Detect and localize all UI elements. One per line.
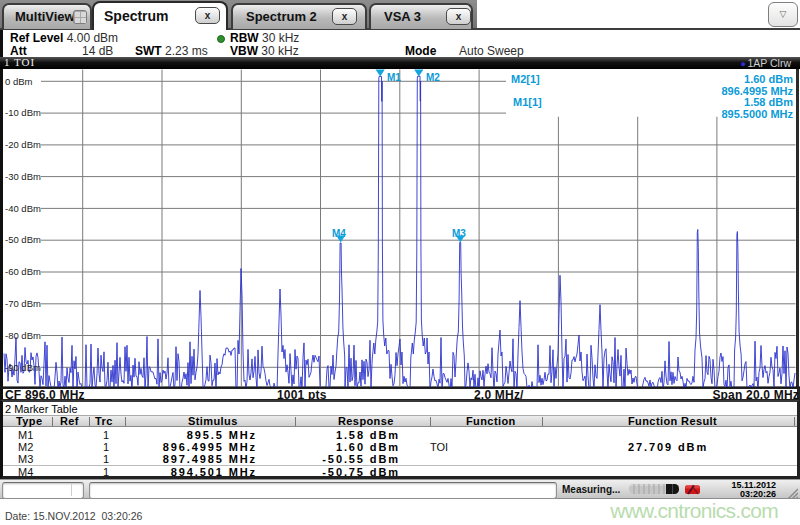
svg-text:1.60 dBm: 1.60 dBm (744, 73, 793, 85)
svg-text:-80 dBm: -80 dBm (5, 330, 41, 341)
svg-text:0 dBm: 0 dBm (5, 76, 33, 87)
svg-text:-30 dBm: -30 dBm (5, 171, 41, 182)
svg-text:M2[1]: M2[1] (511, 73, 540, 85)
svg-text:M1: M1 (387, 72, 401, 83)
svg-text:895.5000 MHz: 895.5000 MHz (721, 108, 793, 120)
svg-text:-90 dBm: -90 dBm (5, 362, 41, 373)
svg-text:M2: M2 (426, 72, 440, 83)
svg-text:-50 dBm: -50 dBm (5, 234, 41, 245)
svg-text:-10 dBm: -10 dBm (5, 107, 41, 118)
svg-text:1.58 dBm: 1.58 dBm (744, 96, 793, 108)
svg-text:M1[1]: M1[1] (513, 96, 542, 108)
svg-text:-20 dBm: -20 dBm (5, 139, 41, 150)
svg-text:896.4995 MHz: 896.4995 MHz (721, 85, 793, 97)
svg-text:-60 dBm: -60 dBm (5, 266, 41, 277)
svg-text:-70 dBm: -70 dBm (5, 298, 41, 309)
svg-text:-40 dBm: -40 dBm (5, 203, 41, 214)
